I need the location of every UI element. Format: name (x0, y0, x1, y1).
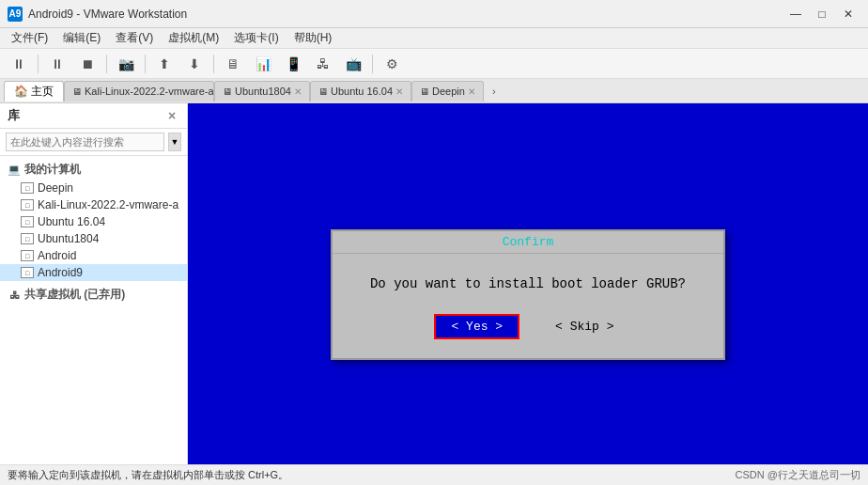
tree-label-android: Android (38, 249, 76, 262)
nav-tab-kali-label: Kali-Linux-2022.2-vmware-am... (85, 86, 214, 97)
vm-icon-kali: □ (21, 199, 34, 211)
window-title: Android9 - VMware Workstation (28, 8, 783, 21)
menu-bar: 文件(F) 编辑(E) 查看(V) 虚拟机(M) 选项卡(I) 帮助(H) (0, 28, 868, 49)
nav-tab-kali[interactable]: 🖥 Kali-Linux-2022.2-vmware-am... ✕ (64, 81, 214, 102)
sidebar-close-button[interactable]: × (164, 108, 179, 123)
nav-tab-ubuntu1804-label: Ubuntu1804 (235, 86, 291, 97)
menu-view[interactable]: 查看(V) (108, 28, 161, 48)
sidebar-header: 库 × (0, 103, 187, 129)
nav-tab-ubuntu1604-label: Ubuntu 16.04 (331, 86, 393, 97)
dialog-yes-button[interactable]: < Yes > (434, 314, 519, 339)
dialog-body: Do you want to install boot loader GRUB?… (333, 254, 723, 358)
dialog-buttons: < Yes > < Skip > (361, 314, 695, 339)
nav-tab-kali-icon: 🖥 (72, 86, 82, 97)
tree-root-label: 我的计算机 (24, 162, 81, 178)
nav-tab-arrow[interactable]: › (486, 81, 503, 102)
vm-display[interactable]: Confirm Do you want to install boot load… (188, 103, 868, 485)
nav-tab-ubuntu1804-icon: 🖥 (223, 86, 232, 97)
vm-icon-ubuntu1804: □ (21, 233, 34, 244)
nav-tab-ubuntu1604-close[interactable]: ✕ (395, 86, 403, 97)
confirm-dialog: Confirm Do you want to install boot load… (331, 229, 725, 360)
toolbar-fullscreen[interactable]: ⬆ (151, 52, 178, 76)
tree-root[interactable]: 💻 我的计算机 (0, 160, 187, 180)
nav-tab-deepin[interactable]: 🖥 Deepin ✕ (411, 81, 484, 102)
sidebar-search-bar: ▼ (0, 129, 187, 156)
toolbar-view1[interactable]: 🖥 (220, 52, 246, 76)
toolbar-sep-5 (372, 55, 373, 73)
window-controls: — □ ✕ (783, 5, 860, 23)
status-bar: 要将输入定向到该虚拟机，请在虚拟机内部单击或按 Ctrl+G。 CSDN @行之… (0, 464, 868, 485)
tree-item-ubuntu1804[interactable]: □ Ubuntu1804 (0, 230, 187, 247)
menu-help[interactable]: 帮助(H) (287, 28, 340, 48)
menu-edit[interactable]: 编辑(E) (55, 28, 108, 48)
toolbar-unity[interactable]: ⬇ (181, 52, 208, 76)
tree-item-ubuntu1604[interactable]: □ Ubuntu 16.04 (0, 213, 187, 230)
title-bar: A9 Android9 - VMware Workstation — □ ✕ (0, 0, 868, 28)
tree-label-deepin: Deepin (38, 181, 73, 195)
tree-item-deepin[interactable]: □ Deepin (0, 180, 187, 196)
search-dropdown-button[interactable]: ▼ (168, 133, 181, 151)
toolbar-sep-4 (213, 55, 214, 73)
nav-tab-ubuntu1604[interactable]: 🖥 Ubuntu 16.04 ✕ (310, 81, 411, 102)
nav-row: 🏠 主页 🖥 Kali-Linux-2022.2-vmware-am... ✕ … (0, 79, 868, 103)
vm-icon-ubuntu1604: □ (21, 216, 34, 227)
home-label: 主页 (31, 84, 54, 100)
tree-label-kali: Kali-Linux-2022.2-vmware-a (38, 198, 178, 211)
toolbar-snapshot[interactable]: 📷 (113, 52, 139, 76)
vm-icon-deepin: □ (21, 182, 34, 194)
toolbar-settings[interactable]: ⚙ (379, 52, 405, 76)
dialog-title: Confirm (333, 231, 723, 254)
menu-tabs[interactable]: 选项卡(I) (226, 28, 286, 48)
toolbar-view5[interactable]: 📺 (340, 52, 366, 76)
toolbar-pause[interactable]: ⏸ (6, 52, 32, 76)
nav-tab-deepin-close[interactable]: ✕ (468, 86, 475, 97)
computer-icon: 💻 (8, 164, 21, 177)
menu-file[interactable]: 文件(F) (4, 28, 55, 48)
vm-icon-android: □ (21, 250, 34, 261)
nav-tab-ubuntu1804[interactable]: 🖥 Ubuntu1804 ✕ (214, 81, 310, 102)
app-icon: A9 (8, 7, 23, 22)
dialog-message: Do you want to install boot loader GRUB? (361, 276, 695, 291)
watermark: CSDN @行之天道总司一切 (736, 468, 860, 482)
tree-label-android9: Android9 (38, 266, 83, 279)
toolbar-sep-2 (106, 55, 107, 73)
restore-button[interactable]: □ (810, 5, 834, 23)
vm-icon-android9: □ (21, 267, 34, 278)
toolbar-view4[interactable]: 🖧 (310, 52, 336, 76)
toolbar: ⏸ ⏸ ⏹ 📷 ⬆ ⬇ 🖥 📊 📱 🖧 📺 ⚙ (0, 49, 868, 79)
toolbar-sep-1 (38, 55, 39, 73)
content-row: 库 × ▼ 💻 我的计算机 □ Deepin (0, 103, 868, 485)
toolbar-stop[interactable]: ⏹ (74, 52, 101, 76)
home-icon: 🏠 (14, 85, 28, 98)
sidebar-tree: 💻 我的计算机 □ Deepin □ Kali-Linux-2022.2-vmw… (0, 156, 187, 485)
toolbar-view2[interactable]: 📊 (250, 52, 276, 76)
tree-label-ubuntu1604: Ubuntu 16.04 (38, 215, 105, 228)
dialog-skip-button[interactable]: < Skip > (548, 316, 621, 337)
nav-tab-ubuntu1804-close[interactable]: ✕ (294, 86, 302, 97)
search-input[interactable] (6, 133, 164, 151)
tree-item-android9[interactable]: □ Android9 (0, 264, 187, 281)
toolbar-view3[interactable]: 📱 (280, 52, 306, 76)
shared-icon: 🖧 (8, 289, 21, 302)
nav-tab-deepin-label: Deepin (432, 86, 465, 97)
close-button[interactable]: ✕ (836, 5, 860, 23)
minimize-button[interactable]: — (783, 5, 808, 23)
sidebar: 库 × ▼ 💻 我的计算机 □ Deepin (0, 103, 188, 485)
status-message: 要将输入定向到该虚拟机，请在虚拟机内部单击或按 Ctrl+G。 (8, 468, 288, 482)
sidebar-title: 库 (8, 107, 20, 124)
tree-item-kali[interactable]: □ Kali-Linux-2022.2-vmware-a (0, 196, 187, 213)
nav-tab-deepin-icon: 🖥 (420, 86, 429, 97)
tree-item-android[interactable]: □ Android (0, 247, 187, 264)
tree-shared-label: 共享虚拟机 (已弃用) (24, 287, 125, 303)
toolbar-suspend[interactable]: ⏸ (44, 52, 70, 76)
home-tab[interactable]: 🏠 主页 (4, 81, 64, 102)
menu-vm[interactable]: 虚拟机(M) (161, 28, 226, 48)
tree-shared[interactable]: 🖧 共享虚拟机 (已弃用) (0, 285, 187, 305)
nav-tab-ubuntu1604-icon: 🖥 (318, 86, 328, 97)
toolbar-sep-3 (145, 55, 146, 73)
tree-label-ubuntu1804: Ubuntu1804 (38, 232, 99, 245)
